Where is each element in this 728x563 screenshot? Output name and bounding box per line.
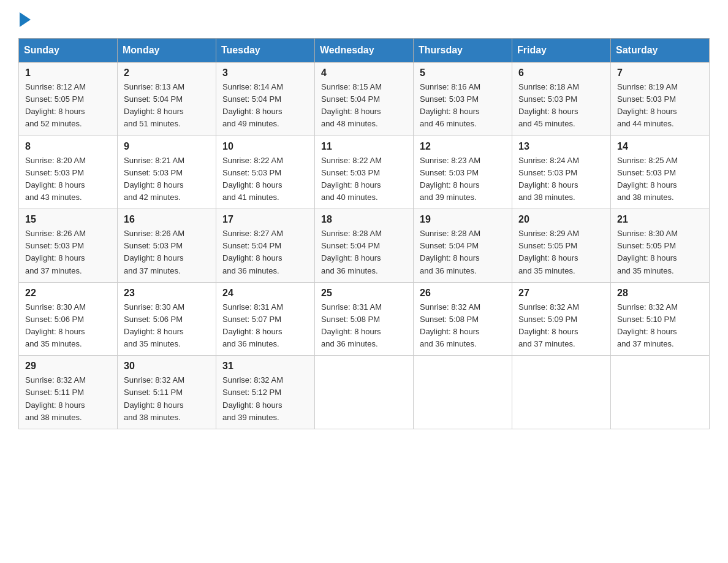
calendar-week-row: 15 Sunrise: 8:26 AMSunset: 5:03 PMDaylig… <box>19 209 710 283</box>
day-number: 30 <box>124 361 210 372</box>
calendar-cell: 21 Sunrise: 8:30 AMSunset: 5:05 PMDaylig… <box>611 209 710 283</box>
calendar-cell: 20 Sunrise: 8:29 AMSunset: 5:05 PMDaylig… <box>512 209 611 283</box>
day-info: Sunrise: 8:22 AMSunset: 5:03 PMDaylight:… <box>321 156 382 202</box>
day-number: 18 <box>321 214 407 225</box>
calendar-cell: 26 Sunrise: 8:32 AMSunset: 5:08 PMDaylig… <box>414 282 512 356</box>
calendar-cell: 5 Sunrise: 8:16 AMSunset: 5:03 PMDayligh… <box>414 63 512 136</box>
calendar-table: SundayMondayTuesdayWednesdayThursdayFrid… <box>18 38 710 429</box>
calendar-cell: 7 Sunrise: 8:19 AMSunset: 5:03 PMDayligh… <box>611 63 710 136</box>
day-number: 26 <box>420 288 506 299</box>
calendar-cell: 3 Sunrise: 8:14 AMSunset: 5:04 PMDayligh… <box>216 63 315 136</box>
day-number: 21 <box>617 214 703 225</box>
day-number: 2 <box>124 67 210 79</box>
day-number: 22 <box>25 288 111 299</box>
calendar-cell: 29 Sunrise: 8:32 AMSunset: 5:11 PMDaylig… <box>19 356 118 429</box>
calendar-week-row: 22 Sunrise: 8:30 AMSunset: 5:06 PMDaylig… <box>19 282 710 356</box>
day-number: 25 <box>321 288 407 299</box>
calendar-cell: 12 Sunrise: 8:23 AMSunset: 5:03 PMDaylig… <box>414 136 512 209</box>
day-info: Sunrise: 8:28 AMSunset: 5:04 PMDaylight:… <box>321 229 382 275</box>
logo-arrow-icon <box>20 12 31 27</box>
day-info: Sunrise: 8:25 AMSunset: 5:03 PMDaylight:… <box>617 156 678 202</box>
day-info: Sunrise: 8:22 AMSunset: 5:03 PMDaylight:… <box>222 156 283 202</box>
column-header-sunday: Sunday <box>19 39 118 63</box>
calendar-header-row: SundayMondayTuesdayWednesdayThursdayFrid… <box>19 39 710 63</box>
day-info: Sunrise: 8:28 AMSunset: 5:04 PMDaylight:… <box>420 229 480 275</box>
calendar-cell: 28 Sunrise: 8:32 AMSunset: 5:10 PMDaylig… <box>611 282 710 356</box>
day-number: 19 <box>420 214 506 225</box>
day-info: Sunrise: 8:19 AMSunset: 5:03 PMDaylight:… <box>617 82 678 128</box>
day-number: 27 <box>518 288 604 299</box>
calendar-cell <box>512 356 611 429</box>
day-info: Sunrise: 8:23 AMSunset: 5:03 PMDaylight:… <box>420 156 480 202</box>
day-number: 1 <box>25 67 111 79</box>
day-number: 24 <box>222 288 308 299</box>
day-info: Sunrise: 8:30 AMSunset: 5:06 PMDaylight:… <box>124 302 184 348</box>
day-info: Sunrise: 8:32 AMSunset: 5:11 PMDaylight:… <box>124 375 184 421</box>
calendar-cell: 31 Sunrise: 8:32 AMSunset: 5:12 PMDaylig… <box>216 356 315 429</box>
column-header-thursday: Thursday <box>414 39 512 63</box>
day-info: Sunrise: 8:32 AMSunset: 5:08 PMDaylight:… <box>420 302 480 348</box>
day-info: Sunrise: 8:26 AMSunset: 5:03 PMDaylight:… <box>124 229 184 275</box>
day-number: 16 <box>124 214 210 225</box>
day-number: 14 <box>617 141 703 152</box>
day-number: 6 <box>518 67 604 79</box>
day-info: Sunrise: 8:32 AMSunset: 5:10 PMDaylight:… <box>617 302 678 348</box>
day-info: Sunrise: 8:15 AMSunset: 5:04 PMDaylight:… <box>321 82 382 128</box>
calendar-week-row: 29 Sunrise: 8:32 AMSunset: 5:11 PMDaylig… <box>19 356 710 429</box>
logo <box>18 12 31 26</box>
calendar-cell: 22 Sunrise: 8:30 AMSunset: 5:06 PMDaylig… <box>19 282 118 356</box>
calendar-cell: 2 Sunrise: 8:13 AMSunset: 5:04 PMDayligh… <box>118 63 216 136</box>
day-info: Sunrise: 8:20 AMSunset: 5:03 PMDaylight:… <box>25 156 86 202</box>
calendar-cell: 13 Sunrise: 8:24 AMSunset: 5:03 PMDaylig… <box>512 136 611 209</box>
calendar-cell: 8 Sunrise: 8:20 AMSunset: 5:03 PMDayligh… <box>19 136 118 209</box>
day-info: Sunrise: 8:16 AMSunset: 5:03 PMDaylight:… <box>420 82 480 128</box>
calendar-cell: 19 Sunrise: 8:28 AMSunset: 5:04 PMDaylig… <box>414 209 512 283</box>
day-info: Sunrise: 8:29 AMSunset: 5:05 PMDaylight:… <box>518 229 579 275</box>
day-number: 20 <box>518 214 604 225</box>
day-number: 3 <box>222 67 308 79</box>
day-info: Sunrise: 8:18 AMSunset: 5:03 PMDaylight:… <box>518 82 579 128</box>
day-info: Sunrise: 8:31 AMSunset: 5:07 PMDaylight:… <box>222 302 283 348</box>
calendar-cell: 25 Sunrise: 8:31 AMSunset: 5:08 PMDaylig… <box>315 282 414 356</box>
day-number: 29 <box>25 361 111 372</box>
column-header-tuesday: Tuesday <box>216 39 315 63</box>
calendar-cell: 4 Sunrise: 8:15 AMSunset: 5:04 PMDayligh… <box>315 63 414 136</box>
calendar-cell: 11 Sunrise: 8:22 AMSunset: 5:03 PMDaylig… <box>315 136 414 209</box>
calendar-cell: 24 Sunrise: 8:31 AMSunset: 5:07 PMDaylig… <box>216 282 315 356</box>
day-info: Sunrise: 8:27 AMSunset: 5:04 PMDaylight:… <box>222 229 283 275</box>
column-header-monday: Monday <box>118 39 216 63</box>
day-info: Sunrise: 8:24 AMSunset: 5:03 PMDaylight:… <box>518 156 579 202</box>
day-info: Sunrise: 8:32 AMSunset: 5:12 PMDaylight:… <box>222 375 283 421</box>
day-info: Sunrise: 8:32 AMSunset: 5:09 PMDaylight:… <box>518 302 579 348</box>
calendar-cell: 15 Sunrise: 8:26 AMSunset: 5:03 PMDaylig… <box>19 209 118 283</box>
calendar-cell: 18 Sunrise: 8:28 AMSunset: 5:04 PMDaylig… <box>315 209 414 283</box>
calendar-cell <box>315 356 414 429</box>
day-info: Sunrise: 8:31 AMSunset: 5:08 PMDaylight:… <box>321 302 382 348</box>
column-header-saturday: Saturday <box>611 39 710 63</box>
day-number: 15 <box>25 214 111 225</box>
column-header-wednesday: Wednesday <box>315 39 414 63</box>
calendar-cell: 1 Sunrise: 8:12 AMSunset: 5:05 PMDayligh… <box>19 63 118 136</box>
calendar-cell: 6 Sunrise: 8:18 AMSunset: 5:03 PMDayligh… <box>512 63 611 136</box>
calendar-cell: 23 Sunrise: 8:30 AMSunset: 5:06 PMDaylig… <box>118 282 216 356</box>
page-header <box>18 12 710 26</box>
calendar-cell: 27 Sunrise: 8:32 AMSunset: 5:09 PMDaylig… <box>512 282 611 356</box>
calendar-cell: 10 Sunrise: 8:22 AMSunset: 5:03 PMDaylig… <box>216 136 315 209</box>
day-info: Sunrise: 8:32 AMSunset: 5:11 PMDaylight:… <box>25 375 86 421</box>
day-info: Sunrise: 8:12 AMSunset: 5:05 PMDaylight:… <box>25 82 86 128</box>
day-number: 11 <box>321 141 407 152</box>
day-number: 23 <box>124 288 210 299</box>
day-info: Sunrise: 8:30 AMSunset: 5:05 PMDaylight:… <box>617 229 678 275</box>
day-number: 9 <box>124 141 210 152</box>
calendar-cell: 9 Sunrise: 8:21 AMSunset: 5:03 PMDayligh… <box>118 136 216 209</box>
day-info: Sunrise: 8:30 AMSunset: 5:06 PMDaylight:… <box>25 302 86 348</box>
day-info: Sunrise: 8:13 AMSunset: 5:04 PMDaylight:… <box>124 82 184 128</box>
calendar-cell: 17 Sunrise: 8:27 AMSunset: 5:04 PMDaylig… <box>216 209 315 283</box>
calendar-cell <box>414 356 512 429</box>
calendar-cell: 16 Sunrise: 8:26 AMSunset: 5:03 PMDaylig… <box>118 209 216 283</box>
day-number: 5 <box>420 67 506 79</box>
day-number: 31 <box>222 361 308 372</box>
day-number: 4 <box>321 67 407 79</box>
day-info: Sunrise: 8:14 AMSunset: 5:04 PMDaylight:… <box>222 82 283 128</box>
day-number: 8 <box>25 141 111 152</box>
